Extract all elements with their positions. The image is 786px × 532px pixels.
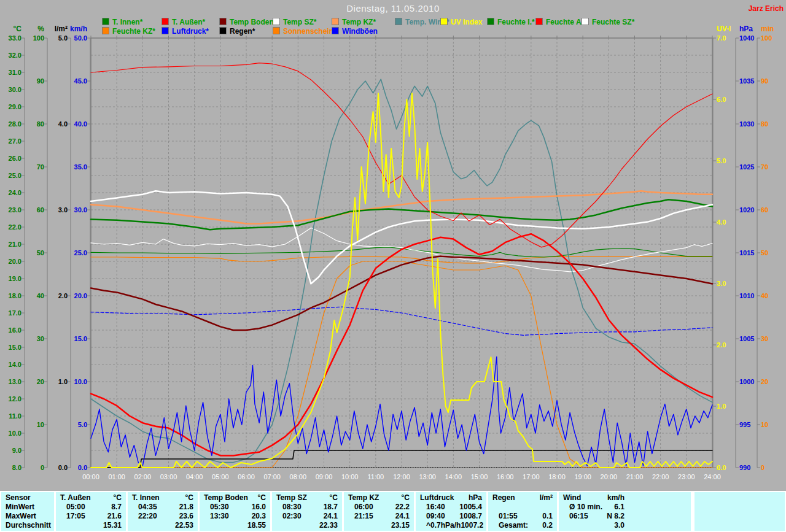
legend-color-swatch bbox=[273, 27, 280, 34]
column-name: T. Innen bbox=[132, 493, 160, 503]
axis-tick-label-c: 24.0 bbox=[9, 189, 21, 196]
x-axis-label: 05:00 bbox=[212, 473, 229, 480]
cell-value: 22.53 bbox=[175, 521, 193, 530]
axis-tick-label-c: 27.0 bbox=[9, 137, 21, 145]
axis-tick-label-min: 40 bbox=[761, 292, 768, 299]
axis-tick-label-min: 70 bbox=[761, 163, 768, 171]
column-unit: hPa bbox=[469, 493, 482, 503]
table-row: Temp KZ°C bbox=[348, 493, 410, 503]
table-row: 21:1524.1 bbox=[348, 512, 410, 521]
legend-color-swatch bbox=[332, 27, 339, 34]
axis-tick-label-c: 16.0 bbox=[9, 326, 21, 334]
legend-color-swatch bbox=[582, 18, 589, 25]
column-name: Temp KZ bbox=[348, 493, 379, 503]
legend-label: Temp Boden* bbox=[230, 18, 276, 26]
cell-value: 15.31 bbox=[103, 521, 122, 530]
table-column-t-innen: T. Innen°C04:3521.822:2023.622.53 bbox=[126, 492, 198, 531]
x-axis-label: 20:00 bbox=[601, 473, 618, 480]
table-row: 05:008.7 bbox=[60, 503, 122, 512]
table-row: 02:3024.1 bbox=[276, 512, 338, 521]
x-axis-label: 18:00 bbox=[548, 473, 566, 480]
cell-time bbox=[60, 521, 66, 530]
axis-tick-label-c: 30.0 bbox=[9, 86, 21, 93]
legend-label: Feuchte SZ* bbox=[592, 18, 634, 26]
legend-label: Sonnenschein bbox=[283, 27, 333, 36]
table-row: 06:0022.2 bbox=[348, 503, 410, 512]
legend-color-swatch bbox=[535, 18, 543, 25]
axis-tick-label-kmh: 5.0 bbox=[78, 421, 87, 428]
column-name: Wind bbox=[563, 493, 581, 503]
axis-tick-label-hpa: 1040 bbox=[739, 34, 754, 42]
axis-tick-label-c: 13.0 bbox=[9, 378, 21, 385]
axis-tick-label-uv: 7.0 bbox=[717, 34, 726, 42]
x-axis-label: 13:00 bbox=[419, 473, 436, 480]
axis-tick-label-pct: 80 bbox=[37, 120, 44, 128]
table-empty-area bbox=[693, 492, 785, 531]
legend-label: T. Außen* bbox=[172, 18, 205, 26]
legend-color-swatch bbox=[219, 18, 227, 25]
x-axis-label: 14:00 bbox=[445, 473, 462, 480]
axis-tick-label-min: 0 bbox=[761, 464, 765, 471]
cell-time: 08:30 bbox=[276, 503, 302, 512]
cell-value: 1005.4 bbox=[459, 503, 482, 512]
legend-item-feuchte-kz-: Feuchte KZ* bbox=[102, 27, 155, 35]
column-unit: km/h bbox=[607, 493, 625, 503]
x-axis-label: 09:00 bbox=[316, 473, 333, 480]
table-row: ^0.7hPa/h1007.2 bbox=[420, 521, 482, 530]
axis-tick-label-kmh: 30.0 bbox=[74, 206, 87, 214]
table-row: 22:2023.6 bbox=[132, 512, 193, 521]
axis-tick-label-c: 21.0 bbox=[9, 241, 21, 248]
axis-tick-label-lm2: 5.0 bbox=[58, 34, 68, 42]
axis-tick-label-min: 20 bbox=[761, 378, 768, 385]
weather-chart: 8.09.010.011.012.013.014.015.016.017.018… bbox=[0, 0, 786, 488]
cell-time: 06:00 bbox=[348, 503, 373, 512]
cell-time bbox=[492, 503, 499, 512]
column-name: Luftdruck bbox=[420, 493, 454, 503]
cell-time: 05:30 bbox=[204, 503, 229, 512]
axis-tick-label-pct: 0 bbox=[41, 464, 44, 471]
table-row: 04:3521.8 bbox=[132, 503, 193, 512]
table-row: MinWert bbox=[6, 503, 50, 512]
cell-value: 16.0 bbox=[252, 503, 266, 512]
table-column-temp-boden: Temp Boden°C05:3016.013:3020.318.55 bbox=[198, 492, 270, 531]
x-axis-label: 03:00 bbox=[160, 473, 177, 480]
legend-item-uv-index: UV Index bbox=[440, 18, 482, 26]
axis-tick-label-c: 12.0 bbox=[9, 395, 21, 403]
axis-unit-hpa: hPa bbox=[739, 25, 753, 33]
axis-tick-label-c: 17.0 bbox=[9, 309, 21, 317]
legend-item-feuchte-a-: Feuchte A.* bbox=[535, 18, 586, 26]
cell-value: 22.2 bbox=[395, 503, 410, 512]
table-row: Regenl/m² bbox=[492, 493, 553, 503]
axis-tick-label-pct: 20 bbox=[37, 378, 44, 385]
x-axis-label: 10:00 bbox=[341, 473, 359, 480]
cell-value: 21.8 bbox=[179, 503, 193, 512]
legend-label: Luftdruck* bbox=[172, 27, 209, 36]
legend-label: Windböen bbox=[342, 27, 378, 36]
cell-value: 22.33 bbox=[319, 521, 338, 530]
axis-tick-label-c: 18.0 bbox=[9, 292, 21, 299]
legend-item-t-innen-: T. Innen* bbox=[102, 18, 142, 26]
axis-tick-label-c: 14.0 bbox=[9, 361, 21, 368]
legend-item-feuchte-i-: Feuchte I.* bbox=[487, 18, 535, 26]
row-label: MinWert bbox=[6, 503, 34, 512]
x-axis-label: 16:00 bbox=[497, 473, 514, 480]
table-row: 05:3016.0 bbox=[204, 503, 266, 512]
table-row: 15.31 bbox=[60, 521, 122, 530]
axis-tick-label-uv: 4.0 bbox=[717, 218, 726, 226]
axis-tick-label-min: 100 bbox=[761, 34, 772, 42]
axis-tick-label-kmh: 10.0 bbox=[74, 378, 87, 385]
axis-tick-label-kmh: 25.0 bbox=[74, 249, 87, 256]
axis-tick-label-hpa: 1015 bbox=[739, 249, 754, 256]
cell-time bbox=[132, 521, 138, 530]
axis-tick-label-hpa: 1020 bbox=[739, 206, 754, 214]
legend-color-swatch bbox=[161, 18, 169, 25]
axis-tick-label-lm2: 3.0 bbox=[58, 206, 68, 214]
table-row: 22.33 bbox=[276, 521, 338, 530]
legend-color-swatch bbox=[332, 18, 339, 25]
axis-tick-label-kmh: 0.0 bbox=[78, 464, 87, 471]
table-row: MaxWert bbox=[6, 512, 50, 521]
legend-item-regen-: Regen* bbox=[219, 27, 255, 35]
legend-item-temp-boden-: Temp Boden* bbox=[219, 18, 276, 26]
axis-tick-label-uv: 5.0 bbox=[717, 157, 726, 164]
table-row: 17:0521.6 bbox=[60, 512, 122, 521]
